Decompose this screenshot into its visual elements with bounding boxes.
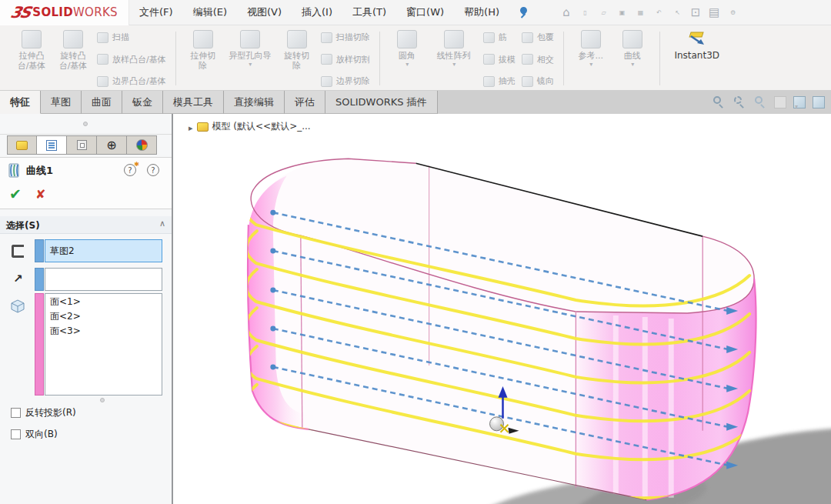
shell-button[interactable]: 抽壳	[483, 75, 516, 87]
tab-display-manager[interactable]	[127, 135, 157, 155]
new-file-icon[interactable]	[577, 5, 592, 20]
menu-tools[interactable]: 工具(T)	[342, 0, 396, 25]
undo-icon[interactable]	[651, 5, 666, 20]
reference-geometry-icon	[581, 30, 601, 48]
extrude-cut-button[interactable]: 拉伸切 除	[183, 30, 223, 71]
tab-features[interactable]: 特征	[0, 91, 41, 114]
hole-wizard-button[interactable]: 异型孔向导	[225, 30, 275, 68]
tab-mold-tools[interactable]: 模具工具	[163, 91, 224, 114]
wrap-button[interactable]: 包覆	[522, 32, 554, 43]
tab-property-manager[interactable]	[37, 135, 67, 155]
ribbon-group-instant3d: Instant3D	[662, 28, 733, 88]
command-manager-ribbon: 拉伸凸 台/基体 旋转凸 台/基体 扫描 放样凸台/基体 边界凸台/基体 拉伸切…	[0, 25, 831, 91]
tree-expand-icon[interactable]	[189, 119, 193, 134]
sweep-icon	[97, 32, 108, 43]
face-list-item[interactable]: 面<1>	[45, 294, 162, 309]
sweep-cut-icon	[321, 32, 332, 43]
attach-icon[interactable]	[688, 5, 703, 20]
view-orientation-icon[interactable]	[793, 96, 806, 108]
properties-icon[interactable]	[706, 5, 722, 20]
menu-window[interactable]: 窗口(W)	[396, 0, 454, 25]
graphics-viewport[interactable]: 模型 (默认<<默认>_...	[173, 114, 831, 504]
command-tabs-bar: 特征 草图 曲面 钣金 模具工具 直接编辑 评估 SOLIDWORKS 插件	[0, 91, 831, 114]
menu-view[interactable]: 视图(V)	[237, 0, 292, 25]
tab-dimxpert[interactable]	[97, 135, 127, 155]
boundary-boss-button[interactable]: 边界凸台/基体	[97, 75, 166, 87]
sweep-cut-button[interactable]: 扫描切除	[321, 32, 370, 43]
fillet-button[interactable]: 圆角	[387, 30, 427, 68]
menu-file[interactable]: 文件(F)	[129, 0, 183, 25]
tab-evaluate[interactable]: 评估	[285, 91, 325, 114]
revolve-cut-icon	[287, 30, 307, 48]
bidirectional-checkbox[interactable]	[11, 429, 21, 439]
direction-selection-field[interactable]	[45, 268, 162, 291]
reference-geometry-button[interactable]: 参考...	[571, 30, 611, 68]
tab-surfaces[interactable]: 曲面	[82, 91, 122, 114]
sweep-button[interactable]: 扫描	[97, 32, 166, 43]
revolve-cut-button[interactable]: 旋转切 除	[277, 30, 317, 71]
direction-selector-icon: ↗	[13, 272, 23, 285]
help-icon[interactable]: ?	[147, 164, 159, 176]
loft-boss-button[interactable]: 放样凸台/基体	[97, 54, 166, 65]
section-view-icon[interactable]	[774, 96, 786, 108]
curves-button[interactable]: 曲线	[612, 30, 652, 68]
tree-root-node[interactable]: 模型 (默认<<默认>_...	[212, 120, 311, 133]
home-icon[interactable]	[559, 5, 574, 20]
boundary-cut-button[interactable]: 边界切除	[321, 75, 370, 87]
settings-icon[interactable]	[725, 5, 740, 20]
intersect-icon	[522, 54, 533, 65]
tab-sheet-metal[interactable]: 钣金	[122, 91, 163, 114]
panel-resize-dot[interactable]	[83, 122, 88, 126]
select-icon[interactable]	[669, 5, 685, 20]
intersect-button[interactable]: 相交	[522, 54, 554, 65]
ribbon-group-cut: 拉伸切 除 异型孔向导 旋转切 除 扫描切除 放样切割 边界切除	[178, 28, 378, 88]
logo-text-solid: SOLID	[32, 5, 73, 19]
menu-edit[interactable]: 编辑(E)	[183, 0, 237, 25]
zoom-fit-icon[interactable]	[712, 95, 726, 109]
display-style-icon[interactable]	[813, 96, 825, 108]
pm-title: 曲线1	[26, 164, 53, 178]
cancel-button[interactable]: ✘	[35, 187, 45, 202]
face-list-item[interactable]: 面<2>	[45, 309, 162, 323]
faces-selection-list[interactable]: 面<1> 面<2> 面<3>	[45, 293, 162, 396]
selection-section-header[interactable]: 选择(S) ∧	[0, 216, 172, 234]
linear-pattern-button[interactable]: 线性阵列	[429, 30, 479, 68]
shell-icon	[483, 76, 495, 87]
extrude-cut-icon	[193, 30, 213, 48]
tab-sketch[interactable]: 草图	[41, 91, 82, 114]
reverse-projection-label: 反转投影(R)	[25, 406, 76, 419]
extrude-boss-button[interactable]: 拉伸凸 台/基体	[12, 30, 52, 71]
reverse-projection-row: 反转投影(R)	[11, 406, 76, 419]
dimxpert-icon	[106, 138, 116, 152]
pin-icon[interactable]	[517, 6, 529, 18]
view-toolbar	[712, 91, 825, 114]
face-list-item[interactable]: 面<3>	[45, 323, 162, 338]
tab-feature-manager[interactable]	[7, 135, 37, 155]
zoom-area-icon[interactable]	[733, 95, 746, 109]
instant3d-button[interactable]: Instant3D	[667, 30, 727, 61]
tab-configuration-manager[interactable]	[67, 135, 97, 155]
sketch-selection-field[interactable]: 草图2	[45, 239, 162, 262]
reverse-projection-checkbox[interactable]	[11, 408, 21, 418]
print-icon[interactable]	[632, 5, 648, 20]
help-star-icon: ✱	[134, 161, 139, 168]
zoom-previous-icon[interactable]	[753, 95, 767, 109]
tab-direct-editing[interactable]: 直接编辑	[224, 91, 285, 114]
loft-cut-button[interactable]: 放样切割	[321, 54, 370, 65]
open-icon[interactable]	[596, 5, 611, 20]
sketch-selector-icon	[12, 245, 24, 258]
revolve-boss-icon	[63, 30, 83, 48]
collapse-chevron-icon[interactable]: ∧	[159, 219, 165, 229]
menu-help[interactable]: 帮助(H)	[454, 0, 509, 25]
ok-button[interactable]: ✔	[9, 185, 22, 202]
rib-button[interactable]: 筋	[483, 32, 516, 43]
revolve-boss-button[interactable]: 旋转凸 台/基体	[53, 30, 93, 71]
save-icon[interactable]	[614, 5, 629, 20]
tab-addins[interactable]: SOLIDWORKS 插件	[325, 91, 438, 114]
solidworks-logo: 3S SOLID WORKS	[0, 0, 129, 25]
list-resize-dot[interactable]	[100, 398, 105, 402]
draft-button[interactable]: 拔模	[483, 54, 516, 65]
menu-insert[interactable]: 插入(I)	[292, 0, 342, 25]
bidirectional-row: 双向(B)	[11, 428, 58, 441]
mirror-button[interactable]: 镜向	[522, 75, 554, 87]
